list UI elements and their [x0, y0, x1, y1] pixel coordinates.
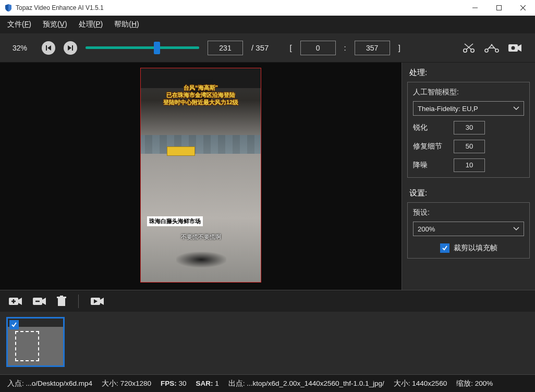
menu-bar: 文件(F) 预览(V) 处理(P) 帮助(H) — [0, 16, 535, 33]
chevron-down-icon — [513, 227, 519, 231]
menu-help[interactable]: 帮助(H) — [114, 20, 139, 29]
remove-clip-button[interactable] — [32, 296, 47, 307]
in-point: 入点: ...o/Desktop/x6d.mp4 — [7, 379, 92, 388]
svg-rect-1 — [497, 6, 502, 10]
svg-marker-5 — [47, 45, 51, 51]
process-box: 人工智能模型: Theia-Fidelity: EU,P 锐化 30 修复细节 … — [407, 82, 530, 178]
overlay-location-label: 珠海白藤头海鲜市场 — [147, 216, 203, 226]
preset-label: 预设: — [413, 208, 524, 217]
menu-preview[interactable]: 预览(V) — [43, 20, 67, 29]
crop-fill-checkbox[interactable] — [440, 243, 449, 253]
range-end-input[interactable]: 357 — [355, 41, 390, 55]
trash-button[interactable] — [56, 296, 67, 307]
svg-rect-4 — [46, 45, 47, 51]
close-button[interactable] — [511, 0, 535, 16]
range-start-input[interactable]: 0 — [300, 41, 336, 55]
overlay-subtitle: 不要慌不要慌啊 — [141, 233, 261, 241]
out-point: 出点: ...ktop/x6d_2.00x_1440x2560_thf-1.0.… — [228, 379, 384, 388]
app-logo-icon — [4, 4, 13, 12]
ai-model-dropdown[interactable]: Theia-Fidelity: EU,P — [413, 101, 524, 116]
playback-toolbar: 32% 231 / 357 [ 0 : 357 ] — [0, 33, 535, 63]
queue-toolbar — [0, 290, 535, 312]
process-clip-button[interactable] — [90, 296, 105, 307]
zoom-percent: 32% — [13, 44, 33, 52]
restore-detail-input[interactable]: 50 — [454, 140, 485, 153]
ai-model-value: Theia-Fidelity: EU,P — [418, 105, 478, 113]
menu-process[interactable]: 处理(P) — [79, 20, 103, 29]
range-colon: : — [344, 43, 346, 52]
next-frame-button[interactable] — [64, 41, 77, 55]
range-close-bracket: ] — [398, 43, 400, 52]
sharpen-input[interactable]: 30 — [454, 121, 485, 134]
denoise-label: 降噪 — [413, 161, 448, 170]
svg-marker-25 — [42, 298, 46, 305]
video-frame: 台风“海高斯” 已在珠海市金湾区沿海登陆 登陆时中心附近最大风力12级 珠海白藤… — [140, 68, 261, 283]
thumbnail-strip — [0, 312, 535, 374]
add-clip-button[interactable] — [8, 296, 23, 307]
svg-rect-28 — [57, 297, 66, 298]
middle-area: 台风“海高斯” 已在珠海市金湾区沿海登陆 登陆时中心附近最大风力12级 珠海白藤… — [0, 63, 535, 290]
right-panel: 处理: 人工智能模型: Theia-Fidelity: EU,P 锐化 30 修… — [402, 63, 535, 290]
menu-file[interactable]: 文件(F) — [7, 20, 31, 29]
record-icon[interactable] — [508, 43, 522, 53]
preview-viewport[interactable]: 台风“海高斯” 已在珠海市金湾区沿海登陆 登陆时中心附近最大风力12级 珠海白藤… — [0, 63, 402, 290]
in-size: 大小: 720x1280 — [102, 379, 151, 388]
queue-thumbnail[interactable] — [6, 317, 65, 367]
denoise-input[interactable]: 10 — [454, 158, 485, 172]
svg-marker-21 — [18, 298, 22, 305]
toolbar-divider — [78, 295, 79, 308]
range-open-bracket: [ — [289, 43, 291, 52]
crop-fill-label: 裁剪以填充帧 — [454, 243, 497, 253]
timeline-slider[interactable] — [86, 42, 199, 54]
maximize-button[interactable] — [487, 0, 511, 16]
chevron-down-icon — [513, 106, 519, 111]
svg-point-19 — [512, 46, 515, 50]
thumbnail-checked-icon — [9, 320, 19, 329]
svg-rect-7 — [72, 45, 73, 51]
svg-rect-29 — [60, 296, 63, 297]
minimize-button[interactable] — [463, 0, 487, 16]
sar: SAR: 1 — [196, 379, 219, 387]
status-bar: 入点: ...o/Desktop/x6d.mp4 大小: 720x1280 FP… — [0, 374, 535, 392]
svg-marker-18 — [518, 44, 521, 52]
svg-rect-27 — [58, 298, 65, 306]
overlay-headline: 台风“海高斯” 已在珠海市金湾区沿海登陆 登陆时中心附近最大风力12级 — [141, 84, 261, 106]
out-size: 大小: 1440x2560 — [394, 379, 447, 388]
frame-total-label: / 357 — [251, 43, 269, 52]
section-settings-title: 设置: — [402, 183, 535, 202]
sharpen-label: 锐化 — [413, 123, 448, 132]
svg-line-15 — [491, 44, 496, 50]
svg-marker-6 — [68, 45, 71, 51]
preset-dropdown[interactable]: 200% — [413, 222, 524, 236]
restore-detail-label: 修复细节 — [413, 142, 448, 151]
prev-frame-button[interactable] — [42, 41, 55, 55]
scale: 缩放: 200% — [456, 379, 493, 388]
svg-marker-31 — [100, 298, 104, 305]
current-frame-input[interactable]: 231 — [208, 41, 243, 55]
settings-box: 预设: 200% 裁剪以填充帧 — [407, 202, 530, 259]
model-label: 人工智能模型: — [413, 88, 524, 97]
section-process-title: 处理: — [402, 63, 535, 82]
preset-value: 200% — [418, 225, 435, 233]
title-bar: Topaz Video Enhance AI V1.5.1 — [0, 0, 535, 16]
window-title: Topaz Video Enhance AI V1.5.1 — [16, 4, 104, 11]
splice-icon[interactable] — [484, 42, 500, 54]
fps: FPS: 30 — [161, 379, 187, 387]
cut-icon[interactable] — [462, 42, 476, 54]
